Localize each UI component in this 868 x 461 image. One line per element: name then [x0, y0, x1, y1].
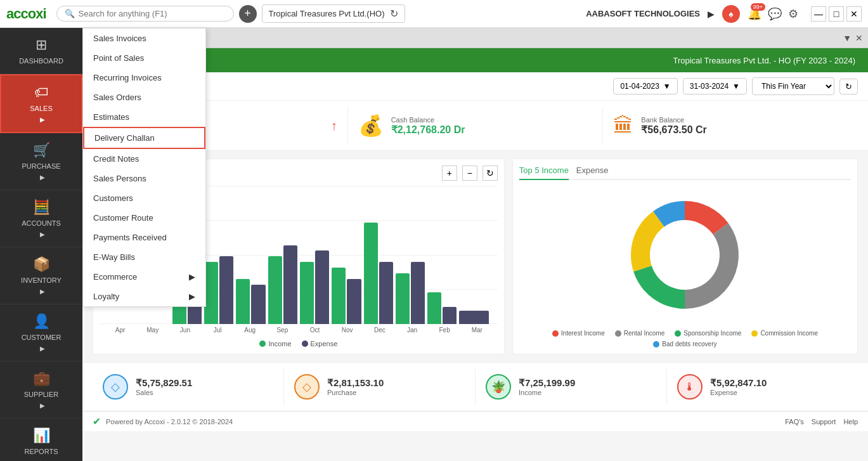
income-bar[interactable]: [364, 223, 378, 324]
company-selector[interactable]: Tropical Treasures Pvt Ltd.(HO) ↻: [262, 4, 405, 23]
search-bar[interactable]: 🔍: [56, 6, 234, 22]
arrow-right-icon: ▶: [708, 9, 715, 19]
bar-group: [268, 245, 297, 324]
tab-close-button[interactable]: ✕: [855, 33, 863, 43]
donut-tab-income[interactable]: Top 5 Income: [519, 166, 569, 180]
x-axis-label: Feb: [431, 327, 459, 334]
purchase-metric-info: ₹2,81,153.10 Purchase: [327, 377, 384, 396]
expense-bar[interactable]: [347, 279, 361, 324]
minimize-button[interactable]: —: [811, 6, 826, 22]
maximize-button[interactable]: □: [829, 6, 844, 22]
chart-refresh-button[interactable]: ↻: [483, 166, 498, 181]
menu-item-customer-route[interactable]: Customer Route: [83, 208, 205, 228]
menu-item-estimates[interactable]: Estimates: [83, 107, 205, 127]
donut-legend-item: Commission Income: [751, 330, 818, 337]
cash-value: ₹2,12,768.20 Dr: [391, 124, 465, 136]
notifications-icon[interactable]: 🔔 99+: [748, 7, 761, 21]
settings-icon[interactable]: ⚙: [788, 7, 798, 21]
sidebar-label-accounts: ACCOUNTS: [22, 219, 61, 227]
company-selector-text: Tropical Treasures Pvt Ltd.(HO): [269, 9, 385, 18]
sidebar-label-reports: REPORTS: [25, 448, 58, 455]
sidebar-item-customer[interactable]: 👤 CUSTOMER ▶: [0, 304, 82, 361]
income-bar[interactable]: [204, 262, 218, 324]
menu-item-sales-invoices[interactable]: Sales Invoices: [83, 29, 205, 48]
add-button[interactable]: +: [239, 5, 257, 23]
tab-dropdown-button[interactable]: ▼: [843, 33, 852, 43]
bar-group: [427, 292, 457, 324]
sales-metric-label: Sales: [136, 389, 192, 396]
sidebar-item-purchase[interactable]: 🛒 PURCHASE ▶: [0, 133, 82, 190]
bar-group: [332, 268, 361, 324]
sidebar-item-dashboard[interactable]: ⊞ DASHBOARD: [0, 28, 82, 74]
income-bar[interactable]: [396, 273, 410, 324]
income-bar[interactable]: [268, 256, 282, 324]
cash-icon: 💰: [358, 114, 384, 138]
bar-group: [459, 311, 488, 324]
messages-icon[interactable]: 💬: [768, 7, 782, 21]
menu-item-recurring-invoices[interactable]: Recurring Invoices: [83, 68, 205, 88]
expense-metric-icon: 🌡: [677, 374, 703, 399]
expense-bar[interactable]: [283, 245, 297, 324]
donut-tab-expense[interactable]: Expense: [576, 166, 609, 179]
bottom-metric-sales: ◇ ₹5,75,829.51 Sales: [93, 369, 284, 405]
expense-bar[interactable]: [443, 307, 457, 324]
footer-checkmark-icon: ✔: [93, 415, 101, 427]
cash-label: Cash Balance: [391, 116, 465, 124]
expense-bar[interactable]: [251, 285, 265, 324]
income-bar[interactable]: [332, 268, 346, 324]
expense-bar[interactable]: [411, 262, 425, 324]
menu-item-eway-bills[interactable]: E-Way Bills: [83, 247, 205, 267]
donut-legend-label: Interest Income: [561, 330, 605, 337]
bar-group: [204, 256, 233, 324]
menu-item-point-of-sales[interactable]: Point of Sales: [83, 48, 205, 68]
menu-item-payments-received[interactable]: Payments Received: [83, 228, 205, 247]
menu-item-loyalty[interactable]: Loyalty ▶: [83, 287, 205, 306]
income-bar[interactable]: [236, 279, 250, 324]
sidebar-item-reports[interactable]: 📊 REPORTS ▶: [0, 419, 82, 461]
menu-item-delivery-challan[interactable]: Delivery Challan: [83, 127, 205, 149]
legend-income-dot: [259, 341, 266, 347]
footer-faq-link[interactable]: FAQ's: [785, 418, 804, 425]
ecommerce-arrow-icon: ▶: [189, 272, 195, 282]
close-button[interactable]: ✕: [846, 6, 862, 22]
menu-item-sales-persons[interactable]: Sales Persons: [83, 169, 205, 188]
inventory-icon: 📦: [33, 256, 50, 273]
income-bar[interactable]: [427, 292, 441, 324]
menu-item-ecommerce[interactable]: Ecommerce ▶: [83, 267, 205, 287]
footer-support-link[interactable]: Support: [812, 418, 836, 425]
donut-legend-dot: [653, 341, 659, 347]
expense-bar[interactable]: [459, 311, 488, 324]
expense-bar[interactable]: [379, 262, 393, 324]
sidebar-item-sales[interactable]: 🏷 SALES ▶: [0, 74, 82, 133]
fin-year-select[interactable]: This Fin Year: [752, 77, 834, 95]
menu-item-customers[interactable]: Customers: [83, 188, 205, 208]
chart-add-button[interactable]: +: [442, 166, 457, 181]
income-bar[interactable]: [300, 262, 314, 324]
sidebar-item-supplier[interactable]: 💼 SUPPLIER ▶: [0, 361, 82, 419]
expense-bar[interactable]: [315, 250, 329, 324]
filters-refresh-button[interactable]: ↻: [839, 79, 858, 94]
calendar-from-icon: ▼: [663, 82, 671, 91]
date-from-input[interactable]: 01-04-2023 ▼: [613, 78, 677, 94]
search-input[interactable]: [79, 9, 218, 18]
menu-item-credit-notes[interactable]: Credit Notes: [83, 149, 205, 169]
footer-help-link[interactable]: Help: [843, 418, 858, 425]
avatar-icon: ♠: [729, 9, 733, 19]
refresh-icon[interactable]: ↻: [390, 8, 398, 20]
x-axis-label: Aug: [236, 327, 264, 334]
x-axis-label: Jun: [171, 327, 199, 334]
expense-bar[interactable]: [219, 256, 233, 324]
sidebar-item-accounts[interactable]: 🧮 ACCOUNTS ▶: [0, 190, 82, 247]
footer-left: ✔ Powered by Accoxi - 2.0.12 © 2018-2024: [93, 415, 233, 427]
footer-links: FAQ's Support Help: [785, 418, 858, 425]
bottom-metric-purchase: ◇ ₹2,81,153.10 Purchase: [284, 369, 476, 405]
avatar[interactable]: ♠: [722, 5, 740, 23]
menu-item-sales-orders[interactable]: Sales Orders: [83, 88, 205, 107]
chart-minus-button[interactable]: −: [462, 166, 477, 181]
sidebar-label-customer: CUSTOMER: [22, 334, 62, 341]
company-name-label: AABASOFT TECHNOLOGIES: [586, 9, 700, 18]
date-to-input[interactable]: 31-03-2024 ▼: [683, 78, 747, 94]
payables-action-icon[interactable]: ↑: [331, 119, 337, 133]
sidebar-item-inventory[interactable]: 📦 INVENTORY ▶: [0, 247, 82, 304]
date-from-value: 01-04-2023: [620, 82, 659, 91]
